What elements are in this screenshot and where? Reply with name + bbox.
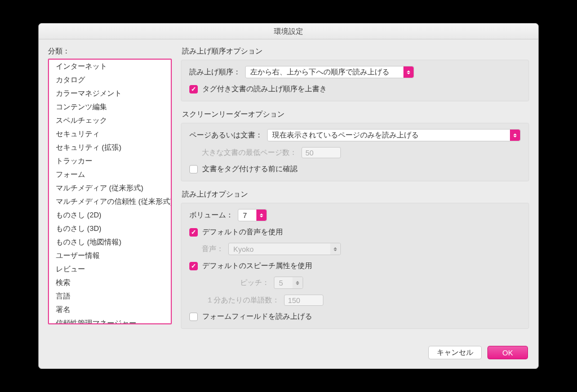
- volume-value: 7: [243, 211, 247, 220]
- use-default-speech-label: デフォルトのスピーチ属性を使用: [202, 261, 312, 271]
- sidebar-label: 分類：: [48, 46, 172, 56]
- reading-order-section: 読み上げ順序： 左から右、上から下への順序で読み上げる タグ付き文書の読み上げ順…: [181, 60, 529, 101]
- sidebar-item[interactable]: 検索: [49, 276, 171, 289]
- sidebar-item[interactable]: スペルチェック: [49, 114, 171, 127]
- confirm-before-tagging-label: 文書をタグ付けする前に確認: [202, 164, 298, 174]
- reading-order-value: 左から右、上から下への順序で読み上げる: [250, 67, 389, 77]
- min-pages-label: 大きな文書の最低ページ数：: [202, 148, 297, 158]
- sidebar-item[interactable]: インターネット: [49, 60, 171, 73]
- dropdown-arrow-icon: [256, 210, 267, 221]
- voice-select: Kyoko: [228, 243, 341, 255]
- main-panel: 読み上げ順序オプション 読み上げ順序： 左から右、上から下への順序で読み上げる …: [181, 46, 529, 337]
- sidebar-item[interactable]: ものさし (地図情報): [49, 235, 171, 249]
- screen-reader-section-title: スクリーンリーダーオプション: [181, 109, 529, 119]
- sidebar-item[interactable]: カラーマネジメント: [49, 87, 171, 100]
- sidebar-item[interactable]: マルチメディアの信頼性 (従来形式): [49, 195, 171, 208]
- sidebar-item[interactable]: コンテンツ編集: [49, 100, 171, 114]
- sidebar-item[interactable]: カタログ: [49, 73, 171, 87]
- volume-select[interactable]: 7: [238, 209, 267, 221]
- sidebar-item[interactable]: ユーザー情報: [49, 249, 171, 262]
- sidebar-item[interactable]: セキュリティ: [49, 127, 171, 141]
- content-area: 分類： インターネットカタログカラーマネジメントコンテンツ編集スペルチェックセキ…: [39, 39, 538, 341]
- sidebar-item[interactable]: ものさし (3D): [49, 222, 171, 235]
- pitch-label: ピッチ：: [240, 278, 269, 288]
- pitch-value: 5: [279, 279, 283, 287]
- page-or-document-select[interactable]: 現在表示されているページのみを読み上げる: [267, 129, 521, 141]
- reading-options-section: ボリューム： 7 デフォルトの音声を使用 音声： Kyoko: [181, 203, 529, 329]
- sidebar-item[interactable]: 言語: [49, 289, 171, 303]
- reading-order-label: 読み上げ順序：: [189, 67, 241, 77]
- reading-order-select[interactable]: 左から右、上から下への順序で読み上げる: [245, 66, 414, 78]
- footer: キャンセル OK: [39, 341, 538, 368]
- sidebar-item[interactable]: 信頼性管理マネージャー: [49, 317, 171, 324]
- preferences-window: 環境設定 分類： インターネットカタログカラーマネジメントコンテンツ編集スペルチ…: [38, 23, 539, 369]
- sidebar-item[interactable]: マルチメディア (従来形式): [49, 181, 171, 195]
- page-or-document-label: ページあるいは文書：: [189, 130, 263, 140]
- words-per-minute-label: １分あたりの単語数：: [206, 295, 279, 305]
- sidebar-item[interactable]: トラッカー: [49, 154, 171, 168]
- words-per-minute-input: 150: [284, 295, 323, 306]
- use-default-speech-checkbox[interactable]: [189, 262, 198, 270]
- confirm-before-tagging-checkbox[interactable]: [189, 165, 198, 173]
- sidebar-item[interactable]: レビュー: [49, 262, 171, 276]
- min-pages-input: 50: [301, 147, 341, 158]
- screen-reader-section: ページあるいは文書： 現在表示されているページのみを読み上げる 大きな文書の最低…: [181, 123, 529, 181]
- voice-label: 音声：: [202, 244, 224, 254]
- page-or-document-value: 現在表示されているページのみを読み上げる: [272, 130, 419, 140]
- sidebar-item[interactable]: 署名: [49, 303, 171, 317]
- use-default-voice-checkbox[interactable]: [189, 228, 198, 237]
- cancel-button[interactable]: キャンセル: [428, 346, 482, 359]
- volume-label: ボリューム：: [189, 210, 233, 220]
- category-sidebar[interactable]: インターネットカタログカラーマネジメントコンテンツ編集スペルチェックセキュリティ…: [48, 59, 172, 324]
- sidebar-wrap: 分類： インターネットカタログカラーマネジメントコンテンツ編集スペルチェックセキ…: [48, 46, 172, 337]
- dropdown-arrow-icon: [403, 66, 414, 78]
- reading-order-section-title: 読み上げ順序オプション: [181, 46, 529, 56]
- sidebar-item[interactable]: フォーム: [49, 168, 171, 181]
- dropdown-arrow-icon: [330, 243, 340, 255]
- dropdown-arrow-icon: [292, 277, 303, 288]
- reading-options-section-title: 読み上げオプション: [181, 189, 529, 199]
- use-default-voice-label: デフォルトの音声を使用: [202, 227, 283, 237]
- override-reading-order-label: タグ付き文書の読み上げ順序を上書き: [202, 84, 327, 94]
- pitch-select: 5: [274, 277, 303, 289]
- read-form-fields-label: フォームフィールドを読み上げる: [202, 311, 312, 322]
- sidebar-item[interactable]: セキュリティ (拡張): [49, 141, 171, 154]
- dropdown-arrow-icon: [510, 130, 520, 141]
- ok-button[interactable]: OK: [487, 346, 528, 359]
- sidebar-item[interactable]: ものさし (2D): [49, 208, 171, 222]
- window-title: 環境設定: [274, 26, 303, 37]
- titlebar: 環境設定: [39, 24, 538, 39]
- read-form-fields-checkbox[interactable]: [189, 313, 198, 321]
- override-reading-order-checkbox[interactable]: [189, 85, 198, 93]
- voice-value: Kyoko: [233, 245, 254, 253]
